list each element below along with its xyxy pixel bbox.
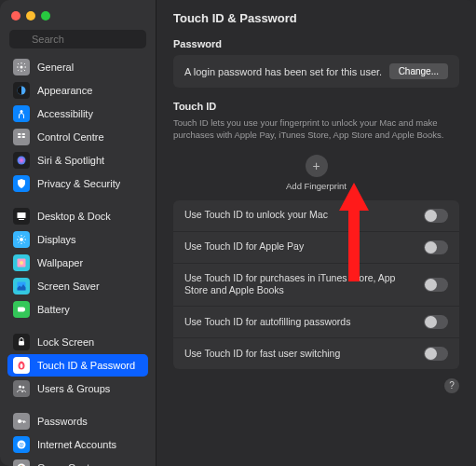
sidebar-icon: @ (13, 436, 30, 453)
sidebar-item-lock-screen[interactable]: Lock Screen (7, 331, 148, 353)
svg-rect-7 (18, 136, 21, 138)
sidebar-icon (13, 413, 30, 430)
toggle-switch[interactable] (424, 240, 448, 254)
sidebar-item-label: Screen Saver (37, 281, 100, 292)
toggle-switch[interactable] (424, 347, 448, 361)
sidebar-item-label: Wallpaper (37, 257, 83, 268)
toggle-label: Use Touch ID for purchases in iTunes Sto… (184, 272, 411, 297)
sidebar-item-internet-accounts[interactable]: @Internet Accounts (7, 433, 148, 456)
svg-point-9 (18, 157, 26, 165)
toggle-switch[interactable] (424, 209, 448, 223)
svg-rect-18 (19, 341, 24, 346)
svg-rect-5 (18, 133, 21, 135)
page-title: Touch ID & Password (173, 11, 459, 25)
sidebar-item-label: Touch ID & Password (37, 360, 135, 371)
sidebar-icon (13, 105, 30, 122)
sidebar-icon (13, 152, 30, 169)
sidebar-item-label: Battery (37, 304, 70, 315)
sidebar-icon (13, 129, 30, 145)
touchid-section-title: Touch ID (173, 101, 459, 112)
zoom-window-button[interactable] (41, 11, 50, 21)
sidebar-icon (13, 278, 30, 295)
touchid-toggle-list: Use Touch ID to unlock your MacUse Touch… (173, 200, 459, 369)
toggle-label: Use Touch ID for fast user switching (184, 348, 340, 361)
password-panel: A login password has been set for this u… (173, 55, 459, 88)
sidebar-item-siri-spotlight[interactable]: Siri & Spotlight (7, 149, 148, 171)
sidebar-icon (13, 459, 30, 466)
sidebar-item-users-groups[interactable]: Users & Groups (7, 377, 148, 400)
minimize-window-button[interactable] (26, 11, 35, 21)
sidebar-item-label: Internet Accounts (37, 439, 116, 450)
toggle-switch[interactable] (424, 315, 448, 329)
svg-point-19 (20, 363, 23, 368)
sidebar-item-general[interactable]: General (7, 56, 148, 78)
sidebar-item-passwords[interactable]: Passwords (7, 410, 148, 432)
sidebar-item-label: Desktop & Dock (37, 211, 111, 222)
sidebar-icon (13, 380, 30, 397)
svg-point-12 (20, 238, 23, 241)
sidebar-item-label: Siri & Spotlight (37, 155, 104, 166)
sidebar-icon (13, 301, 30, 318)
sidebar-icon (13, 231, 30, 248)
sidebar-item-label: Appearance (37, 85, 92, 96)
svg-rect-17 (24, 308, 25, 311)
svg-rect-8 (22, 136, 26, 138)
sidebar-item-label: Accessibility (37, 108, 93, 119)
sidebar-icon (13, 59, 30, 75)
toggle-label: Use Touch ID for autofilling passwords (184, 316, 350, 329)
toggle-row: Use Touch ID for fast user switching (173, 338, 459, 369)
svg-rect-10 (18, 212, 26, 218)
sidebar-icon (13, 357, 30, 374)
svg-point-20 (19, 386, 21, 389)
sidebar-item-label: Displays (37, 234, 76, 245)
toggle-switch[interactable] (424, 278, 448, 292)
add-fingerprint-label: Add Fingerprint (286, 181, 347, 191)
sidebar-item-label: Game Center (37, 462, 99, 466)
toggle-row: Use Touch ID to unlock your Mac (173, 200, 459, 232)
sidebar-item-label: Control Centre (37, 131, 104, 143)
change-password-button[interactable]: Change... (389, 63, 448, 79)
toggle-label: Use Touch ID to unlock your Mac (184, 209, 328, 222)
plus-icon: + (306, 155, 328, 177)
toggle-row: Use Touch ID for purchases in iTunes Sto… (173, 264, 459, 307)
sidebar-item-label: Users & Groups (37, 383, 110, 394)
toggle-row: Use Touch ID for Apple Pay (173, 232, 459, 264)
sidebar-item-control-centre[interactable]: Control Centre (7, 126, 148, 148)
search-input[interactable] (9, 30, 146, 48)
sidebar-nav: GeneralAppearanceAccessibilityControl Ce… (0, 56, 156, 466)
sidebar-item-battery[interactable]: Battery (7, 298, 148, 321)
sidebar-icon (13, 175, 30, 192)
close-window-button[interactable] (11, 11, 20, 21)
password-status-text: A login password has been set for this u… (184, 66, 382, 77)
sidebar-item-wallpaper[interactable]: Wallpaper (7, 252, 148, 274)
sidebar-item-privacy-security[interactable]: Privacy & Security (7, 172, 148, 195)
sidebar-item-label: Passwords (37, 416, 88, 427)
svg-point-4 (20, 110, 23, 113)
sidebar-item-displays[interactable]: Displays (7, 228, 148, 251)
add-fingerprint-button[interactable]: + Add Fingerprint (173, 155, 459, 191)
sidebar-item-screen-saver[interactable]: Screen Saver (7, 275, 148, 297)
sidebar-item-label: General (37, 62, 74, 73)
main-pane: Touch ID & Password Password A login pas… (156, 0, 476, 466)
sidebar-item-touch-id-password[interactable]: Touch ID & Password (7, 354, 148, 377)
toggle-label: Use Touch ID for Apple Pay (184, 240, 304, 254)
system-settings-window: GeneralAppearanceAccessibilityControl Ce… (0, 0, 476, 466)
window-controls (0, 7, 156, 30)
help-button[interactable]: ? (444, 378, 459, 393)
svg-rect-16 (18, 308, 24, 312)
sidebar-icon (13, 334, 30, 350)
svg-rect-11 (19, 219, 24, 220)
sidebar-item-label: Lock Screen (37, 336, 94, 348)
svg-point-2 (20, 66, 23, 69)
sidebar: GeneralAppearanceAccessibilityControl Ce… (0, 0, 156, 466)
sidebar-item-desktop-dock[interactable]: Desktop & Dock (7, 205, 148, 227)
sidebar-item-appearance[interactable]: Appearance (7, 79, 148, 102)
password-section-title: Password (173, 38, 459, 49)
sidebar-item-accessibility[interactable]: Accessibility (7, 103, 148, 125)
svg-point-21 (22, 386, 25, 389)
svg-text:@: @ (19, 442, 24, 447)
sidebar-icon (13, 208, 30, 225)
svg-rect-6 (22, 133, 26, 135)
sidebar-item-label: Privacy & Security (37, 178, 120, 189)
sidebar-item-game-center[interactable]: Game Center (7, 457, 148, 466)
